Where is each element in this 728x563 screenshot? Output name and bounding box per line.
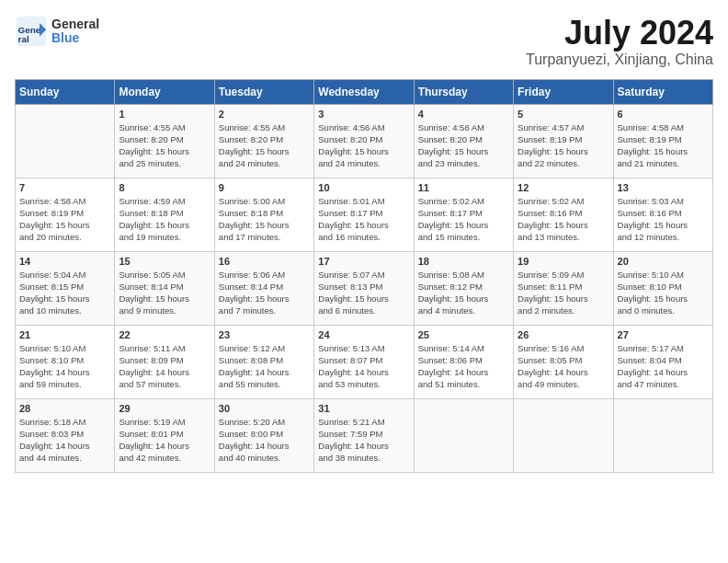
- calendar-cell: 16Sunrise: 5:06 AM Sunset: 8:14 PM Dayli…: [214, 251, 313, 325]
- day-number: 29: [119, 403, 210, 414]
- logo-icon: Gene- ral: [15, 15, 48, 48]
- day-number: 25: [418, 329, 509, 340]
- day-number: 30: [219, 403, 310, 414]
- calendar-week-4: 21Sunrise: 5:10 AM Sunset: 8:10 PM Dayli…: [16, 325, 713, 398]
- calendar-cell: [613, 398, 712, 472]
- calendar-cell: 8Sunrise: 4:59 AM Sunset: 8:18 PM Daylig…: [115, 178, 214, 251]
- cell-content: Sunrise: 5:18 AM Sunset: 8:03 PM Dayligh…: [19, 416, 110, 465]
- logo: Gene- ral General Blue: [15, 15, 99, 48]
- page-header: Gene- ral General Blue July 2024 Turpany…: [15, 15, 713, 68]
- calendar-header-wednesday: Wednesday: [314, 79, 414, 104]
- calendar-cell: 23Sunrise: 5:12 AM Sunset: 8:08 PM Dayli…: [214, 325, 313, 398]
- calendar-cell: 9Sunrise: 5:00 AM Sunset: 8:18 PM Daylig…: [214, 178, 313, 251]
- cell-content: Sunrise: 4:56 AM Sunset: 8:20 PM Dayligh…: [418, 121, 509, 170]
- cell-content: Sunrise: 5:19 AM Sunset: 8:01 PM Dayligh…: [119, 416, 210, 465]
- day-number: 26: [518, 329, 609, 340]
- day-number: 22: [119, 329, 210, 340]
- day-number: 17: [318, 256, 409, 267]
- calendar-cell: 31Sunrise: 5:21 AM Sunset: 7:59 PM Dayli…: [314, 398, 414, 472]
- calendar-header-thursday: Thursday: [414, 79, 513, 104]
- day-number: 24: [318, 329, 409, 340]
- calendar-cell: [414, 398, 513, 472]
- calendar-cell: 4Sunrise: 4:56 AM Sunset: 8:20 PM Daylig…: [414, 104, 513, 178]
- svg-text:ral: ral: [18, 34, 29, 44]
- cell-content: Sunrise: 5:11 AM Sunset: 8:09 PM Dayligh…: [119, 342, 210, 391]
- cell-content: Sunrise: 5:17 AM Sunset: 8:04 PM Dayligh…: [618, 342, 709, 391]
- calendar-body: 1Sunrise: 4:55 AM Sunset: 8:20 PM Daylig…: [16, 104, 713, 472]
- calendar-cell: 11Sunrise: 5:02 AM Sunset: 8:17 PM Dayli…: [414, 178, 513, 251]
- calendar-cell: 19Sunrise: 5:09 AM Sunset: 8:11 PM Dayli…: [514, 251, 613, 325]
- page-title: July 2024: [526, 15, 713, 52]
- calendar-table: SundayMondayTuesdayWednesdayThursdayFrid…: [15, 79, 713, 473]
- calendar-cell: 10Sunrise: 5:01 AM Sunset: 8:17 PM Dayli…: [314, 178, 414, 251]
- day-number: 12: [518, 182, 609, 193]
- day-number: 14: [19, 256, 110, 267]
- day-number: 27: [618, 329, 709, 340]
- cell-content: Sunrise: 5:20 AM Sunset: 8:00 PM Dayligh…: [219, 416, 310, 465]
- day-number: 7: [19, 182, 110, 193]
- logo-text: General Blue: [51, 17, 99, 46]
- calendar-cell: 5Sunrise: 4:57 AM Sunset: 8:19 PM Daylig…: [514, 104, 613, 178]
- calendar-week-1: 1Sunrise: 4:55 AM Sunset: 8:20 PM Daylig…: [16, 104, 713, 178]
- cell-content: Sunrise: 4:59 AM Sunset: 8:18 PM Dayligh…: [119, 195, 210, 244]
- day-number: 21: [19, 329, 110, 340]
- cell-content: Sunrise: 5:13 AM Sunset: 8:07 PM Dayligh…: [318, 342, 409, 391]
- day-number: 6: [618, 109, 709, 120]
- calendar-cell: 14Sunrise: 5:04 AM Sunset: 8:15 PM Dayli…: [16, 251, 115, 325]
- day-number: 19: [518, 256, 609, 267]
- calendar-cell: 29Sunrise: 5:19 AM Sunset: 8:01 PM Dayli…: [115, 398, 214, 472]
- day-number: 5: [518, 109, 609, 120]
- calendar-week-5: 28Sunrise: 5:18 AM Sunset: 8:03 PM Dayli…: [16, 398, 713, 472]
- day-number: 11: [418, 182, 509, 193]
- cell-content: Sunrise: 4:58 AM Sunset: 8:19 PM Dayligh…: [19, 195, 110, 244]
- page-subtitle: Turpanyuezi, Xinjiang, China: [526, 52, 713, 68]
- day-number: 9: [219, 182, 310, 193]
- calendar-cell: 27Sunrise: 5:17 AM Sunset: 8:04 PM Dayli…: [613, 325, 712, 398]
- day-number: 15: [119, 256, 210, 267]
- day-number: 8: [119, 182, 210, 193]
- calendar-cell: 22Sunrise: 5:11 AM Sunset: 8:09 PM Dayli…: [115, 325, 214, 398]
- cell-content: Sunrise: 5:04 AM Sunset: 8:15 PM Dayligh…: [19, 269, 110, 317]
- cell-content: Sunrise: 5:06 AM Sunset: 8:14 PM Dayligh…: [219, 269, 310, 317]
- cell-content: Sunrise: 5:00 AM Sunset: 8:18 PM Dayligh…: [219, 195, 310, 244]
- cell-content: Sunrise: 4:57 AM Sunset: 8:19 PM Dayligh…: [518, 121, 609, 170]
- day-number: 10: [318, 182, 409, 193]
- cell-content: Sunrise: 5:09 AM Sunset: 8:11 PM Dayligh…: [518, 269, 609, 317]
- cell-content: Sunrise: 5:21 AM Sunset: 7:59 PM Dayligh…: [318, 416, 409, 465]
- calendar-cell: 21Sunrise: 5:10 AM Sunset: 8:10 PM Dayli…: [16, 325, 115, 398]
- calendar-cell: 13Sunrise: 5:03 AM Sunset: 8:16 PM Dayli…: [613, 178, 712, 251]
- day-number: 23: [219, 329, 310, 340]
- cell-content: Sunrise: 5:01 AM Sunset: 8:17 PM Dayligh…: [318, 195, 409, 244]
- logo-line1: General: [51, 17, 99, 31]
- calendar-cell: 3Sunrise: 4:56 AM Sunset: 8:20 PM Daylig…: [314, 104, 414, 178]
- cell-content: Sunrise: 5:16 AM Sunset: 8:05 PM Dayligh…: [518, 342, 609, 391]
- cell-content: Sunrise: 5:10 AM Sunset: 8:10 PM Dayligh…: [618, 269, 709, 317]
- calendar-header-saturday: Saturday: [613, 79, 712, 104]
- logo-line2: Blue: [51, 31, 99, 45]
- calendar-cell: 20Sunrise: 5:10 AM Sunset: 8:10 PM Dayli…: [613, 251, 712, 325]
- cell-content: Sunrise: 5:02 AM Sunset: 8:17 PM Dayligh…: [418, 195, 509, 244]
- calendar-header-row: SundayMondayTuesdayWednesdayThursdayFrid…: [16, 79, 713, 104]
- calendar-cell: 1Sunrise: 4:55 AM Sunset: 8:20 PM Daylig…: [115, 104, 214, 178]
- cell-content: Sunrise: 4:55 AM Sunset: 8:20 PM Dayligh…: [219, 121, 310, 170]
- calendar-week-2: 7Sunrise: 4:58 AM Sunset: 8:19 PM Daylig…: [16, 178, 713, 251]
- cell-content: Sunrise: 5:07 AM Sunset: 8:13 PM Dayligh…: [318, 269, 409, 317]
- day-number: 4: [418, 109, 509, 120]
- cell-content: Sunrise: 4:56 AM Sunset: 8:20 PM Dayligh…: [318, 121, 409, 170]
- day-number: 13: [618, 182, 709, 193]
- day-number: 3: [318, 109, 409, 120]
- calendar-cell: 18Sunrise: 5:08 AM Sunset: 8:12 PM Dayli…: [414, 251, 513, 325]
- calendar-cell: 2Sunrise: 4:55 AM Sunset: 8:20 PM Daylig…: [214, 104, 313, 178]
- calendar-cell: 12Sunrise: 5:02 AM Sunset: 8:16 PM Dayli…: [514, 178, 613, 251]
- day-number: 20: [618, 256, 709, 267]
- day-number: 2: [219, 109, 310, 120]
- cell-content: Sunrise: 5:05 AM Sunset: 8:14 PM Dayligh…: [119, 269, 210, 317]
- calendar-cell: 25Sunrise: 5:14 AM Sunset: 8:06 PM Dayli…: [414, 325, 513, 398]
- calendar-cell: [514, 398, 613, 472]
- calendar-cell: 28Sunrise: 5:18 AM Sunset: 8:03 PM Dayli…: [16, 398, 115, 472]
- day-number: 1: [119, 109, 210, 120]
- calendar-header-tuesday: Tuesday: [214, 79, 313, 104]
- calendar-cell: [16, 104, 115, 178]
- calendar-header-friday: Friday: [514, 79, 613, 104]
- day-number: 16: [219, 256, 310, 267]
